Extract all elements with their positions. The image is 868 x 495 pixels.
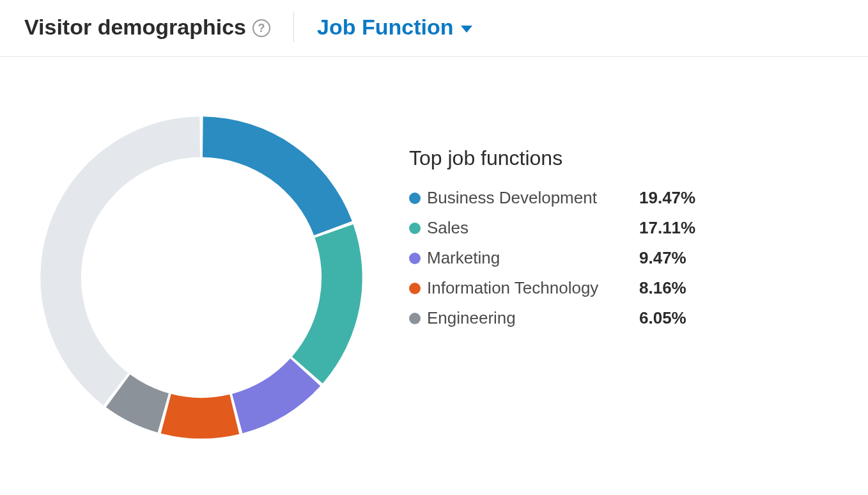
legend-value: 17.11%: [639, 218, 716, 238]
legend-dot-icon: [409, 253, 421, 264]
legend-dot-icon: [409, 192, 421, 204]
legend-dot-icon: [409, 223, 421, 234]
donut-segment: [292, 224, 362, 384]
filter-label: Job Function: [317, 15, 453, 40]
filter-dropdown[interactable]: Job Function: [317, 15, 472, 40]
legend-list: Business Development19.47%Sales17.11%Mar…: [409, 188, 716, 328]
help-icon[interactable]: ?: [252, 19, 270, 37]
legend-label: Sales: [427, 218, 469, 238]
legend-label: Marketing: [427, 248, 500, 268]
legend-row: Business Development19.47%: [409, 188, 716, 208]
legend-label: Engineering: [427, 308, 516, 328]
legend-dot-icon: [409, 283, 421, 294]
content-area: Top job functions Business Development19…: [0, 57, 868, 473]
legend-title: Top job functions: [409, 146, 716, 170]
header-divider: [293, 12, 294, 42]
header-bar: Visitor demographics ? Job Function: [0, 0, 868, 57]
donut-segment: [203, 116, 352, 235]
donut-chart: [32, 108, 371, 447]
donut-segment-remainder: [40, 116, 200, 405]
legend-label: Business Development: [427, 188, 597, 208]
legend-value: 9.47%: [639, 248, 716, 268]
legend: Top job functions Business Development19…: [409, 108, 716, 328]
legend-value: 19.47%: [639, 188, 716, 208]
donut-svg: [32, 108, 371, 447]
legend-row: Engineering6.05%: [409, 308, 716, 328]
legend-row: Marketing9.47%: [409, 248, 716, 268]
legend-value: 8.16%: [639, 278, 716, 298]
legend-value: 6.05%: [639, 308, 716, 328]
caret-down-icon: [461, 26, 472, 33]
legend-row: Information Technology8.16%: [409, 278, 716, 298]
legend-dot-icon: [409, 313, 421, 324]
page-title: Visitor demographics ?: [24, 15, 270, 40]
page-title-text: Visitor demographics: [24, 15, 246, 40]
donut-segment: [161, 394, 240, 439]
legend-row: Sales17.11%: [409, 218, 716, 238]
legend-label: Information Technology: [427, 278, 598, 298]
